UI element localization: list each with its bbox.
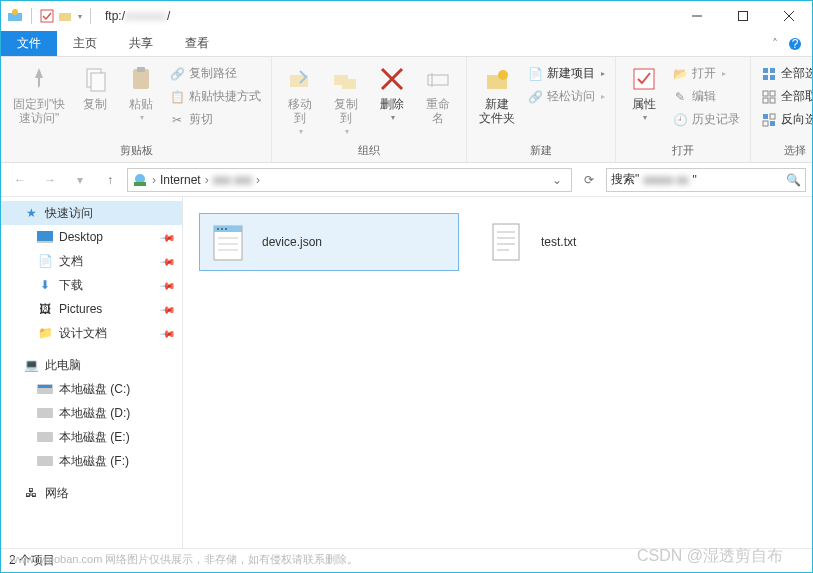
move-to-button[interactable]: 移动到▾ <box>278 61 322 138</box>
svg-rect-26 <box>763 75 768 80</box>
ribbon-collapse-icon[interactable]: ˄ <box>772 37 778 51</box>
forward-button[interactable]: → <box>37 167 63 193</box>
svg-rect-33 <box>770 121 775 126</box>
sidebar-desktop[interactable]: Desktop📌 <box>1 225 182 249</box>
svg-rect-25 <box>770 68 775 73</box>
qat-checkbox-icon[interactable] <box>40 9 54 23</box>
search-box[interactable]: 搜索"xxxxx xx" 🔍 <box>606 168 806 192</box>
svg-rect-13 <box>137 67 145 72</box>
paste-shortcut-button[interactable]: 📋粘贴快捷方式 <box>165 86 265 107</box>
invert-selection-button[interactable]: 反向选择 <box>757 109 813 130</box>
maximize-button[interactable] <box>720 1 766 31</box>
recent-locations-button[interactable]: ▾ <box>67 167 93 193</box>
svg-text:?: ? <box>792 37 799 51</box>
sidebar-downloads[interactable]: ⬇下载📌 <box>1 273 182 297</box>
downloads-icon: ⬇ <box>37 277 53 293</box>
sidebar-pictures[interactable]: 🖼Pictures📌 <box>1 297 182 321</box>
sidebar-drive-c[interactable]: 本地磁盘 (C:) <box>1 377 182 401</box>
svg-point-49 <box>225 228 227 230</box>
sidebar-design-docs[interactable]: 📁设计文档📌 <box>1 321 182 345</box>
sidebar-this-pc[interactable]: 💻此电脑 <box>1 353 182 377</box>
search-icon: 🔍 <box>786 173 801 187</box>
ribbon-group-new: 新建 文件夹 📄新建项目▸ 🔗轻松访问▸ 新建 <box>467 57 616 162</box>
pin-icon: 📌 <box>160 277 176 293</box>
file-list[interactable]: device.json test.txt <box>183 197 812 548</box>
properties-button[interactable]: 属性▾ <box>622 61 666 124</box>
delete-button[interactable]: 删除▾ <box>370 61 414 124</box>
drive-icon <box>37 453 53 469</box>
sidebar-drive-f[interactable]: 本地磁盘 (F:) <box>1 449 182 473</box>
cut-button[interactable]: ✂剪切 <box>165 109 265 130</box>
new-item-button[interactable]: 📄新建项目▸ <box>523 63 609 84</box>
title-bar: ▾ ftp:/xxxxxx/ <box>1 1 812 31</box>
file-item-test-txt[interactable]: test.txt <box>479 213 739 271</box>
svg-point-1 <box>12 9 18 15</box>
svg-rect-31 <box>770 98 775 103</box>
breadcrumb-host[interactable]: xxx xxx <box>213 173 252 187</box>
minimize-button[interactable] <box>674 1 720 31</box>
select-none-button[interactable]: 全部取消 <box>757 86 813 107</box>
tab-home[interactable]: 主页 <box>57 31 113 56</box>
svg-rect-27 <box>770 75 775 80</box>
easy-access-button[interactable]: 🔗轻松访问▸ <box>523 86 609 107</box>
svg-rect-39 <box>37 241 53 243</box>
new-folder-button[interactable]: 新建 文件夹 <box>473 61 521 127</box>
qat-folder-icon[interactable] <box>58 9 72 23</box>
svg-point-47 <box>217 228 219 230</box>
svg-point-48 <box>221 228 223 230</box>
refresh-button[interactable]: ⟳ <box>576 167 602 193</box>
svg-point-22 <box>498 70 508 80</box>
rename-button[interactable]: 重命名 <box>416 61 460 127</box>
svg-rect-38 <box>37 231 53 241</box>
address-bar[interactable]: › Internet › xxx xxx › ⌄ <box>127 168 572 192</box>
back-button[interactable]: ← <box>7 167 33 193</box>
help-icon[interactable]: ? <box>788 37 802 51</box>
folder-icon: 📁 <box>37 325 53 341</box>
sidebar-drive-e[interactable]: 本地磁盘 (E:) <box>1 425 182 449</box>
ribbon-group-organize: 移动到▾ 复制到▾ 删除▾ 重命名 组织 <box>272 57 467 162</box>
app-icon <box>7 8 23 24</box>
pin-to-quick-access-button[interactable]: 固定到"快 速访问" <box>7 61 71 127</box>
copy-path-button[interactable]: 🔗复制路径 <box>165 63 265 84</box>
svg-rect-42 <box>37 408 53 418</box>
tab-view[interactable]: 查看 <box>169 31 225 56</box>
sidebar-drive-d[interactable]: 本地磁盘 (D:) <box>1 401 182 425</box>
qat-dropdown-icon[interactable]: ▾ <box>78 12 82 21</box>
open-button[interactable]: 📂打开▸ <box>668 63 744 84</box>
copy-to-button[interactable]: 复制到▾ <box>324 61 368 138</box>
sidebar-documents[interactable]: 📄文档📌 <box>1 249 182 273</box>
svg-rect-44 <box>37 456 53 466</box>
edit-button[interactable]: ✎编辑 <box>668 86 744 107</box>
select-all-button[interactable]: 全部选择 <box>757 63 813 84</box>
svg-rect-5 <box>739 12 748 21</box>
address-dropdown-icon[interactable]: ⌄ <box>547 167 567 193</box>
history-button[interactable]: 🕘历史记录 <box>668 109 744 130</box>
up-button[interactable]: ↑ <box>97 167 123 193</box>
navigation-bar: ← → ▾ ↑ › Internet › xxx xxx › ⌄ ⟳ 搜索"xx… <box>1 163 812 197</box>
ribbon-group-label: 剪贴板 <box>7 141 265 160</box>
sidebar-network[interactable]: 🖧网络 <box>1 481 182 505</box>
file-item-device-json[interactable]: device.json <box>199 213 459 271</box>
pin-icon: 📌 <box>160 301 176 317</box>
tab-file[interactable]: 文件 <box>1 31 57 56</box>
paste-button[interactable]: 粘贴 ▾ <box>119 61 163 124</box>
sidebar-quick-access[interactable]: ★快速访问 <box>1 201 182 225</box>
svg-rect-41 <box>38 385 52 388</box>
copy-button[interactable]: 复制 <box>73 61 117 113</box>
ribbon-group-open: 属性▾ 📂打开▸ ✎编辑 🕘历史记录 打开 <box>616 57 751 162</box>
file-name: test.txt <box>541 235 576 249</box>
file-name: device.json <box>262 235 322 249</box>
drive-icon <box>37 429 53 445</box>
close-button[interactable] <box>766 1 812 31</box>
svg-rect-53 <box>493 224 519 260</box>
ribbon-group-select: 全部选择 全部取消 反向选择 选择 <box>751 57 813 162</box>
tab-share[interactable]: 共享 <box>113 31 169 56</box>
documents-icon: 📄 <box>37 253 53 269</box>
breadcrumb-internet[interactable]: Internet <box>160 173 201 187</box>
ribbon: 固定到"快 速访问" 复制 粘贴 ▾ 🔗复制路径 📋粘贴快捷方式 ✂剪切 剪贴板 <box>1 57 812 163</box>
svg-rect-28 <box>763 91 768 96</box>
svg-rect-16 <box>342 79 356 89</box>
watermark-right: CSDN @湿透剪自布 <box>637 546 783 567</box>
svg-rect-24 <box>763 68 768 73</box>
svg-rect-19 <box>428 75 448 85</box>
